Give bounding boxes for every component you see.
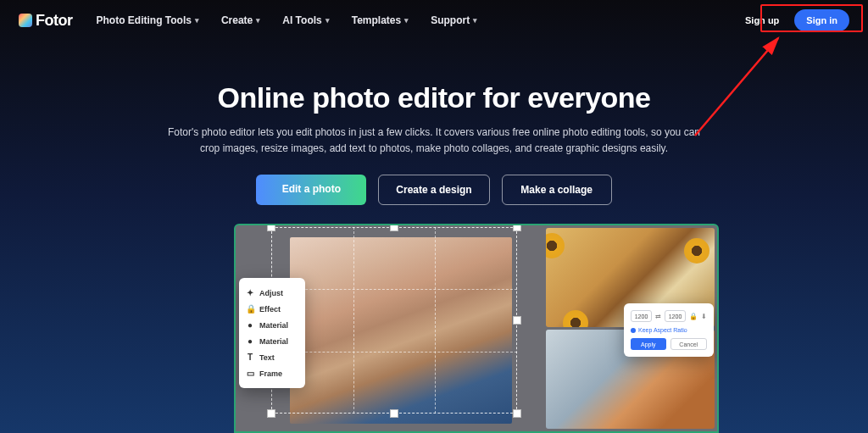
crop-gridline [271,352,517,353]
material-icon: ● [246,336,254,346]
sunflower-icon [684,238,709,264]
tool-label: Material [259,321,288,330]
tool-material[interactable]: ●Material [244,317,300,333]
crop-handle[interactable] [390,224,398,231]
nav-photo-editing-tools[interactable]: Photo Editing Tools▾ [96,14,198,26]
crop-gridline [271,289,517,290]
crop-handle[interactable] [390,409,398,418]
nav-label: Support [431,14,470,26]
brand-logo[interactable]: Fotor [19,12,72,30]
create-design-button[interactable]: Create a design [378,175,489,205]
frame-icon: ▭ [246,369,254,378]
adjust-icon: ✦ [246,288,254,297]
crop-handle[interactable] [267,224,275,231]
tool-text[interactable]: TText [244,349,300,365]
apply-button[interactable]: Apply [631,338,666,350]
tool-adjust[interactable]: ✦Adjust [244,285,300,301]
tool-frame[interactable]: ▭Frame [244,365,300,381]
crop-gridline [353,227,354,414]
chevron-down-icon: ▾ [326,16,330,25]
nav-create[interactable]: Create▾ [221,14,260,26]
hero-subtitle: Fotor's photo editor lets you edit photo… [163,125,705,156]
signup-button[interactable]: Sign up [737,10,787,31]
text-icon: T [246,353,254,362]
tool-label: Adjust [259,289,283,297]
make-collage-button[interactable]: Make a collage [502,175,612,205]
crop-handle[interactable] [267,409,275,418]
edit-photo-button[interactable]: Edit a photo [256,175,366,205]
resize-panel: 1200 ⇄ 1200 🔒 ⬇ Keep Aspect Ratio Apply … [624,303,714,357]
tool-label: Text [259,353,275,362]
sunflower-icon [563,310,588,327]
chevron-down-icon: ▾ [404,16,409,25]
material-icon: ● [246,320,254,330]
top-nav: Fotor Photo Editing Tools▾ Create▾ AI To… [0,0,868,41]
tool-label: Frame [259,369,282,378]
editor-preview: ✦Adjust 🔒Effect ●Material ●Material TTex… [234,224,719,433]
keep-aspect-label: Keep Aspect Ratio [638,327,687,333]
chevron-down-icon: ▾ [473,16,477,25]
nav-label: Photo Editing Tools [96,14,191,26]
chevron-down-icon: ▾ [256,16,260,25]
resize-dimensions-row: 1200 ⇄ 1200 🔒 ⬇ [631,310,707,322]
tool-label: Material [259,337,288,346]
swap-icon[interactable]: ⇄ [655,313,661,320]
width-field[interactable]: 1200 [631,310,652,322]
chevron-down-icon: ▾ [195,16,199,25]
nav-auth: Sign up Sign in [737,9,849,31]
keep-aspect-ratio-option[interactable]: Keep Aspect Ratio [631,327,707,333]
tool-effect[interactable]: 🔒Effect [244,301,300,317]
crop-handle[interactable] [513,316,521,325]
hero: Online photo editor for everyone Fotor's… [0,41,868,205]
hero-title: Online photo editor for everyone [17,81,851,114]
signin-button[interactable]: Sign in [794,9,849,31]
canvas-area: ✦Adjust 🔒Effect ●Material ●Material TTex… [236,225,545,431]
radio-icon [631,328,636,333]
nav-label: Create [221,14,253,26]
nav-ai-tools[interactable]: AI Tools▾ [282,14,329,26]
nav-support[interactable]: Support▾ [431,14,477,26]
nav-label: Templates [352,14,401,26]
tool-label: Effect [259,305,281,314]
cta-row: Edit a photo Create a design Make a coll… [17,175,851,205]
sunflower-icon [546,233,565,258]
cancel-button[interactable]: Cancel [670,338,708,350]
resize-buttons: Apply Cancel [631,338,707,350]
tool-panel: ✦Adjust 🔒Effect ●Material ●Material TTex… [239,278,305,388]
nav-label: AI Tools [282,14,321,26]
crop-frame[interactable] [271,227,517,414]
crop-gridline [435,227,436,414]
tool-material[interactable]: ●Material [244,333,300,349]
height-field[interactable]: 1200 [665,310,686,322]
lock-icon[interactable]: 🔒 [689,313,698,320]
download-icon[interactable]: ⬇ [701,313,707,320]
lock-icon: 🔒 [246,304,254,314]
logo-mark-icon [19,14,32,27]
nav-templates[interactable]: Templates▾ [352,14,409,26]
nav-items: Photo Editing Tools▾ Create▾ AI Tools▾ T… [96,14,737,26]
crop-handle[interactable] [513,409,521,418]
crop-handle[interactable] [513,224,521,231]
brand-name: Fotor [36,12,72,30]
